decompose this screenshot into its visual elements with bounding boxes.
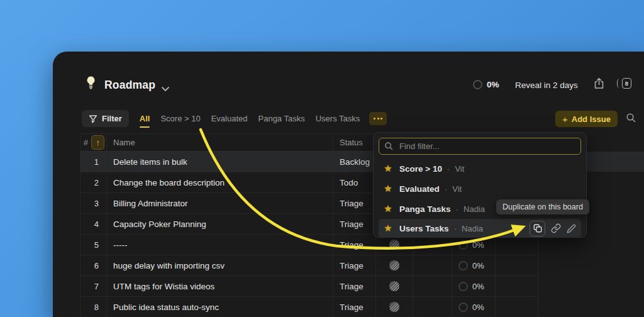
progress-value: 0% (487, 80, 499, 89)
issue-name[interactable]: Billing Administrator (107, 193, 333, 213)
row-progress: 0% (472, 282, 484, 291)
separator-dot: · (454, 224, 457, 233)
issue-name[interactable]: Delete items in bulk (107, 152, 333, 172)
search-icon[interactable] (626, 113, 636, 126)
issue-name[interactable]: huge delay with importing csv (107, 255, 333, 275)
saved-filter-label: Users Tasks (399, 224, 449, 233)
status-cell[interactable]: Triage (333, 297, 376, 317)
assignee-avatar-icon[interactable] (389, 302, 399, 312)
saved-filters-dropdown: Score > 10 · Vit Evaluated · Vit Panga T… (373, 132, 587, 238)
filter-button[interactable]: Filter (82, 110, 129, 127)
star-icon (384, 204, 392, 213)
search-icon (384, 142, 394, 151)
saved-filter-author: Nadia (462, 224, 483, 233)
name-column-header[interactable]: Name (107, 134, 333, 151)
star-icon (384, 224, 392, 233)
status-cell[interactable]: Triage (333, 193, 376, 213)
row-number: 4 (80, 214, 107, 234)
tab-all[interactable]: All (140, 114, 150, 123)
saved-filter-author: Nadia (464, 204, 485, 214)
row-progress: 0% (472, 261, 484, 270)
progress-ring-icon (473, 80, 482, 89)
filter-search-input[interactable] (398, 141, 575, 152)
progress-ring-icon (458, 261, 468, 270)
status-cell[interactable]: Triage (333, 235, 376, 255)
row-number: 5 (80, 235, 107, 255)
status-cell[interactable]: Triage (333, 255, 376, 275)
tab-panga-tasks[interactable]: Panga Tasks (258, 114, 305, 123)
row-number: 2 (80, 172, 107, 192)
badge-count: 8 (622, 78, 631, 89)
separator-dot: · (447, 164, 450, 174)
saved-filter-label: Evaluated (399, 184, 440, 194)
progress-ring-icon (458, 282, 468, 291)
add-issue-button[interactable]: + Add Issue (555, 111, 618, 127)
status-cell[interactable]: Triage (333, 276, 376, 296)
row-progress: 0% (472, 240, 484, 250)
star-icon (384, 164, 392, 173)
saved-filter-author: Vit (455, 164, 464, 174)
saved-filter-evaluated[interactable]: Evaluated · Vit (379, 179, 581, 199)
star-icon (384, 184, 392, 193)
link-icon (551, 223, 561, 233)
filter-actions (530, 221, 576, 236)
row-number: 6 (80, 255, 107, 275)
saved-filter-author: Vit (452, 184, 462, 194)
add-issue-label: Add Issue (572, 114, 611, 124)
tooltip: Duplicate on this board (496, 199, 589, 214)
plus-icon: + (562, 114, 568, 125)
number-column-header[interactable]: # (84, 138, 88, 147)
table-row[interactable]: 8 Public idea status auto-sync Triage 0% (80, 297, 538, 317)
status-cell[interactable]: Backlog (333, 152, 376, 172)
row-progress: 0% (472, 303, 484, 312)
duplicate-button[interactable] (530, 221, 545, 236)
assignee-avatar-icon[interactable] (389, 281, 399, 291)
filter-search-box[interactable] (379, 138, 581, 155)
issue-name[interactable]: Capacity Poker Planning (107, 214, 333, 234)
edit-button[interactable] (567, 224, 576, 233)
tab-score-gt-10[interactable]: Score > 10 (160, 114, 200, 123)
progress-ring-icon (458, 303, 468, 312)
issue-name[interactable]: ----- (107, 235, 333, 255)
separator-dot: · (456, 204, 459, 214)
copy-link-button[interactable] (551, 223, 561, 233)
table-row[interactable]: 7 UTM tags for Wistia videos Triage 0% (80, 276, 538, 297)
row-number: 1 (80, 152, 107, 172)
desktop-background: Roadmap 0% Reveal in 2 days 8 Filter All (0, 0, 644, 317)
issue-name[interactable]: UTM tags for Wistia videos (107, 276, 333, 296)
status-column-header[interactable]: Status (333, 134, 376, 151)
table-row[interactable]: 6 huge delay with importing csv Triage 0… (80, 255, 538, 276)
assignee-avatar-icon[interactable] (389, 260, 399, 270)
assignee-avatar-icon[interactable] (389, 240, 399, 250)
share-icon[interactable] (594, 77, 604, 92)
tab-evaluated[interactable]: Evaluated (211, 114, 248, 123)
lightbulb-icon (86, 75, 96, 94)
chevron-down-icon[interactable] (161, 83, 170, 94)
stack-badge-icon[interactable]: 8 (617, 78, 631, 89)
row-number: 7 (80, 276, 107, 296)
issue-name[interactable]: Public idea status auto-sync (107, 297, 333, 317)
more-options-button[interactable] (369, 112, 387, 125)
issue-name[interactable]: Change the board description (107, 172, 333, 192)
filter-bar: Filter All Score > 10 Evaluated Panga Ta… (82, 110, 387, 127)
funnel-icon (89, 114, 97, 123)
badge-arc (617, 79, 621, 88)
saved-filter-label: Panga Tasks (399, 204, 451, 214)
app-window: Roadmap 0% Reveal in 2 days 8 Filter All (53, 52, 644, 317)
saved-filter-score-gt-10[interactable]: Score > 10 · Vit (379, 158, 581, 179)
saved-filters-list: Score > 10 · Vit Evaluated · Vit Panga T… (379, 158, 581, 238)
sort-ascending-icon[interactable]: ↑ (91, 135, 104, 150)
more-options-icon (374, 118, 375, 120)
board-progress: 0% (473, 80, 499, 89)
filter-button-label: Filter (102, 114, 122, 123)
pencil-icon (567, 224, 576, 233)
page-title: Roadmap (104, 79, 155, 92)
tab-users-tasks[interactable]: Users Tasks (316, 114, 360, 123)
status-cell[interactable]: Triage (333, 214, 376, 234)
status-cell[interactable]: Todo (333, 172, 376, 192)
reveal-countdown: Reveal in 2 days (515, 81, 578, 90)
duplicate-icon (533, 223, 543, 233)
saved-filter-users-tasks[interactable]: Users Tasks · Nadia (379, 219, 581, 238)
row-number: 8 (80, 297, 107, 317)
saved-filter-label: Score > 10 (399, 164, 442, 174)
